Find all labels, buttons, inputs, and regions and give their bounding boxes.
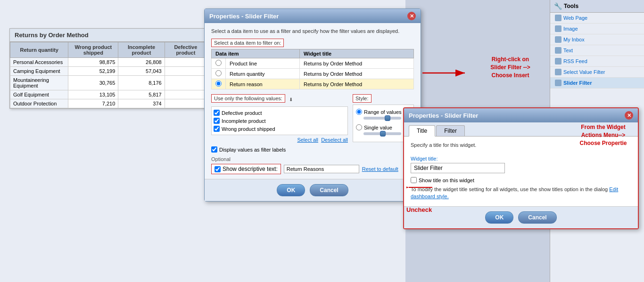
display-values-checkbox[interactable] xyxy=(211,146,217,153)
table-row: Mountaineering Equipment 30,765 8,176 xyxy=(10,76,207,90)
annotation-uncheck: Uncheck xyxy=(406,206,432,213)
checkbox-defective[interactable]: Defective product xyxy=(214,109,346,117)
show-title-row: Show title on this widget xyxy=(411,177,631,183)
checkbox-incomplete-label: Incomplete product xyxy=(222,118,266,124)
optional-section: Optional Show descriptive text: Reset to… xyxy=(211,156,414,174)
row-val2: 8,176 xyxy=(118,76,165,90)
main-properties-dialog: Properties - Slider Filter ✕ Select a da… xyxy=(204,8,421,201)
single-slider-thumb[interactable] xyxy=(380,131,386,137)
tools-header: 🔧 Tools xyxy=(550,0,644,13)
selectvalue-icon xyxy=(555,69,561,75)
col-header-defective: Defective product xyxy=(165,42,206,58)
radio-range-row[interactable]: Range of values xyxy=(356,108,411,116)
col-widget-title: Widget title xyxy=(300,49,414,58)
right-click-arrow xyxy=(422,66,470,80)
tools-item-inbox[interactable]: My Inbox xyxy=(550,34,644,45)
radio-single-row[interactable]: Single value xyxy=(356,123,411,131)
data-row-product-line[interactable]: Product line Returns by Order Method xyxy=(212,58,414,69)
reset-link[interactable]: Reset to default xyxy=(362,166,398,172)
tools-item-label: Image xyxy=(563,26,578,32)
row-val1: 52,199 xyxy=(68,67,118,76)
col-header-return-qty: Return quantity xyxy=(10,42,68,58)
radio-product-line[interactable] xyxy=(215,60,222,66)
checkbox-incomplete[interactable]: Incomplete product xyxy=(214,117,346,125)
values-style-section: Use only the following values: ⬇ Defecti… xyxy=(211,94,414,143)
row-val3 xyxy=(165,76,206,90)
range-slider-track[interactable] xyxy=(363,117,401,120)
second-dialog-header: Properties - Slider Filter ✕ xyxy=(404,108,638,122)
tools-item-sliderfilter[interactable]: Slider Filter xyxy=(550,78,644,89)
tools-item-label: Select Value Filter xyxy=(563,69,605,75)
data-item-label: Return quantity xyxy=(226,69,300,79)
main-dialog-close-button[interactable]: ✕ xyxy=(407,12,416,20)
row-name: Camping Equipment xyxy=(10,67,68,76)
checkbox-defective-label: Defective product xyxy=(222,110,262,116)
values-header-row: Use only the following values: ⬇ xyxy=(211,94,348,105)
col-header-wrong: Wrong product shipped xyxy=(68,42,118,58)
tools-item-label: Web Page xyxy=(563,15,587,21)
deselect-all-link[interactable]: Deselect all xyxy=(321,137,348,143)
data-item-table: Data item Widget title Product line Retu… xyxy=(211,49,414,89)
checkbox-wrong[interactable]: Wrong product shipped xyxy=(214,125,346,133)
text-icon xyxy=(555,47,561,54)
main-ok-button[interactable]: OK xyxy=(277,184,305,196)
data-row-return-qty[interactable]: Return quantity Returns by Order Method xyxy=(212,69,414,79)
radio-range[interactable] xyxy=(356,109,362,115)
display-values-label: Display values as filter labels xyxy=(219,147,286,153)
values-section-label: Use only the following values: xyxy=(211,94,285,103)
row-name: Personal Accessories xyxy=(10,58,68,67)
main-dialog-title: Properties - Slider Filter xyxy=(209,13,279,20)
tab-title[interactable]: Title xyxy=(409,125,435,137)
col-header-incomplete: Incomplete product xyxy=(118,42,165,58)
row-val2: 5,817 xyxy=(118,90,165,99)
single-slider-track[interactable] xyxy=(363,132,401,135)
tools-item-image[interactable]: Image xyxy=(550,24,644,34)
show-desc-label: Show descriptive text: xyxy=(223,166,278,172)
tab-filter[interactable]: Filter xyxy=(436,125,465,136)
data-item-label: Product line xyxy=(226,58,300,69)
checkbox-defective-input[interactable] xyxy=(214,110,220,116)
row-val1: 98,875 xyxy=(68,58,118,67)
table-row: Personal Accessories 98,875 26,808 xyxy=(10,58,207,67)
widget-title-val: Returns by Order Method xyxy=(300,79,414,89)
main-cancel-button[interactable]: Cancel xyxy=(310,184,348,196)
annotation-right-click: Right-click onSlider Filter -->Choose In… xyxy=(474,56,547,79)
row-name: Outdoor Protection xyxy=(10,99,68,108)
tools-item-webpage[interactable]: Web Page xyxy=(550,13,644,24)
checkbox-wrong-input[interactable] xyxy=(214,126,220,132)
tools-item-selectvalue[interactable]: Select Value Filter xyxy=(550,67,644,78)
info-text: To modify the widget title setting for a… xyxy=(411,186,631,201)
select-all-link[interactable]: Select all xyxy=(297,137,318,143)
select-links: Select all Deselect all xyxy=(211,137,348,143)
show-desc-box: Show descriptive text: xyxy=(211,164,281,174)
checkbox-incomplete-input[interactable] xyxy=(214,118,220,124)
radio-return-qty[interactable] xyxy=(215,70,222,76)
values-dropdown-arrow[interactable]: ⬇ xyxy=(289,97,293,102)
style-label: Style: xyxy=(353,94,372,103)
second-cancel-button[interactable]: Cancel xyxy=(518,211,556,224)
tools-item-rssfeed[interactable]: RSS Feed xyxy=(550,56,644,67)
second-ok-button[interactable]: OK xyxy=(485,211,513,224)
image-icon xyxy=(555,25,561,32)
display-values-row: Display values as filter labels xyxy=(211,146,414,153)
widget-title-input[interactable] xyxy=(411,163,505,173)
show-desc-checkbox[interactable] xyxy=(215,166,221,172)
report-title: Returns by Order Method xyxy=(10,29,207,42)
sliderfilter-icon xyxy=(555,80,561,86)
widget-title-val: Returns by Order Method xyxy=(300,69,414,79)
radio-return-reason[interactable] xyxy=(215,81,222,87)
show-desc-row: Show descriptive text: Reset to default xyxy=(211,164,414,174)
second-dialog-close-button[interactable]: ✕ xyxy=(625,111,633,120)
radio-single[interactable] xyxy=(356,124,362,130)
data-row-return-reason[interactable]: Return reason Returns by Order Method xyxy=(212,79,414,89)
row-val2: 57,043 xyxy=(118,67,165,76)
second-dialog-title: Properties - Slider Filter xyxy=(409,112,478,119)
widget-title-label: Widget title: xyxy=(411,156,631,161)
webpage-icon xyxy=(555,15,561,21)
tools-item-text[interactable]: Text xyxy=(550,45,644,56)
desc-text-input[interactable] xyxy=(284,165,359,173)
report-table-container: Returns by Order Method Return quantity … xyxy=(9,28,207,109)
range-slider-thumb[interactable] xyxy=(385,115,390,121)
tools-item-label: My Inbox xyxy=(563,37,585,42)
annotation-widget-actions: From the WidgetActions Menu-->Choose Pro… xyxy=(569,123,637,147)
